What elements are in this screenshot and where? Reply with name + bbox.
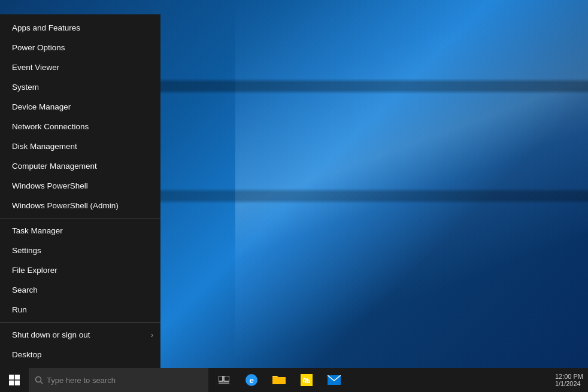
task-view-button[interactable] bbox=[211, 368, 237, 392]
edge-icon: e bbox=[245, 374, 257, 386]
taskbar-apps: e 🛍 bbox=[211, 368, 347, 392]
menu-item-label-device-manager: Device Manager bbox=[12, 102, 71, 111]
svg-rect-2 bbox=[9, 381, 14, 385]
menu-item-label-disk-management: Disk Management bbox=[12, 142, 77, 151]
menu-item-label-run: Run bbox=[12, 305, 27, 314]
svg-line-5 bbox=[41, 382, 43, 384]
menu-item-label-file-explorer: File Explorer bbox=[12, 266, 57, 275]
folder-icon bbox=[272, 375, 286, 385]
menu-item-event-viewer[interactable]: Event Viewer bbox=[0, 57, 160, 77]
clock: 12:00 PM1/1/2024 bbox=[555, 373, 583, 387]
menu-separator bbox=[0, 322, 160, 323]
menu-item-label-computer-management: Computer Management bbox=[12, 162, 97, 171]
svg-rect-6 bbox=[219, 376, 223, 381]
store-icon: 🛍 bbox=[301, 374, 313, 386]
taskbar-search-box[interactable]: Type here to search bbox=[29, 368, 208, 392]
menu-item-task-manager[interactable]: Task Manager bbox=[0, 221, 160, 241]
menu-item-desktop[interactable]: Desktop bbox=[0, 345, 160, 364]
menu-separator bbox=[0, 218, 160, 218]
submenu-chevron-shut-down-sign-out: › bbox=[151, 331, 153, 339]
menu-item-label-system: System bbox=[12, 83, 39, 92]
win-x-context-menu: Apps and FeaturesPower OptionsEvent View… bbox=[0, 14, 160, 368]
svg-text:🛍: 🛍 bbox=[302, 376, 310, 385]
taskbar: Type here to search e bbox=[0, 368, 588, 392]
menu-item-apps-features[interactable]: Apps and Features bbox=[0, 18, 160, 38]
menu-item-computer-management[interactable]: Computer Management bbox=[0, 156, 160, 176]
svg-rect-8 bbox=[219, 382, 229, 384]
svg-rect-3 bbox=[15, 381, 20, 385]
menu-item-power-options[interactable]: Power Options bbox=[0, 38, 160, 57]
menu-item-label-search: Search bbox=[12, 285, 38, 294]
menu-item-shut-down-sign-out[interactable]: Shut down or sign out› bbox=[0, 325, 160, 345]
edge-browser-button[interactable]: e bbox=[238, 368, 265, 392]
menu-item-settings[interactable]: Settings bbox=[0, 241, 160, 260]
menu-item-label-windows-powershell-admin: Windows PowerShell (Admin) bbox=[12, 201, 119, 210]
svg-rect-0 bbox=[9, 375, 14, 379]
file-explorer-button[interactable] bbox=[266, 368, 292, 392]
menu-item-label-desktop: Desktop bbox=[12, 350, 42, 359]
menu-item-windows-powershell[interactable]: Windows PowerShell bbox=[0, 176, 160, 196]
menu-item-disk-management[interactable]: Disk Management bbox=[0, 136, 160, 156]
menu-item-windows-powershell-admin[interactable]: Windows PowerShell (Admin) bbox=[0, 196, 160, 215]
search-placeholder-text: Type here to search bbox=[47, 376, 116, 385]
menu-item-network-connections[interactable]: Network Connections bbox=[0, 117, 160, 136]
windows-logo-icon bbox=[9, 375, 20, 385]
menu-item-run[interactable]: Run bbox=[0, 300, 160, 320]
menu-item-device-manager[interactable]: Device Manager bbox=[0, 97, 160, 117]
menu-item-label-network-connections: Network Connections bbox=[12, 122, 89, 131]
menu-item-label-windows-powershell: Windows PowerShell bbox=[12, 181, 88, 190]
start-button[interactable] bbox=[0, 368, 29, 392]
mail-icon bbox=[328, 375, 341, 385]
menu-item-label-task-manager: Task Manager bbox=[12, 226, 63, 235]
menu-item-label-power-options: Power Options bbox=[12, 43, 65, 52]
menu-item-label-shut-down-sign-out: Shut down or sign out bbox=[12, 330, 90, 339]
svg-rect-9 bbox=[272, 377, 286, 384]
mail-button[interactable] bbox=[321, 368, 347, 392]
svg-rect-1 bbox=[15, 375, 20, 379]
menu-item-system[interactable]: System bbox=[0, 77, 160, 97]
system-tray: 12:00 PM1/1/2024 bbox=[555, 373, 588, 387]
store-button[interactable]: 🛍 bbox=[293, 368, 320, 392]
menu-item-search[interactable]: Search bbox=[0, 280, 160, 300]
search-icon bbox=[35, 376, 43, 384]
svg-point-4 bbox=[36, 377, 41, 382]
menu-item-file-explorer[interactable]: File Explorer bbox=[0, 260, 160, 280]
menu-item-label-settings: Settings bbox=[12, 246, 41, 255]
task-view-icon bbox=[219, 376, 229, 384]
menu-item-label-apps-features: Apps and Features bbox=[12, 23, 80, 32]
desktop: Apps and FeaturesPower OptionsEvent View… bbox=[0, 0, 588, 392]
svg-rect-7 bbox=[224, 376, 229, 381]
menu-item-label-event-viewer: Event Viewer bbox=[12, 63, 59, 72]
